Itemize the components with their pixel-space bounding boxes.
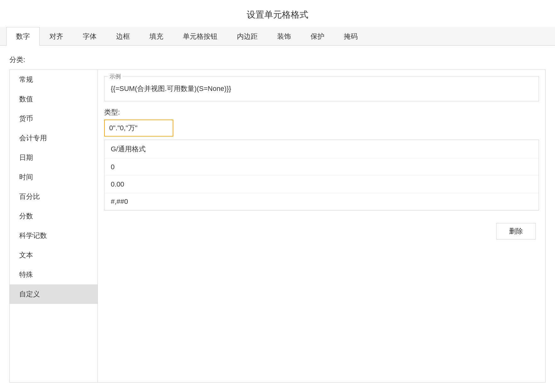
right-panel: 示例 {{=SUM(合并视图.可用数量)(S=None)}} 类型: 0"."0… [98, 70, 546, 383]
example-legend: 示例 [108, 73, 123, 80]
delete-button[interactable]: 删除 [496, 223, 536, 239]
category-item-特殊[interactable]: 特殊 [10, 265, 98, 284]
category-item-文本[interactable]: 文本 [10, 245, 98, 265]
category-label: 分类: [9, 55, 546, 64]
content-area: 分类: 常规 数值 货币 会计专用 日期 时间 百分比 分数 科学记数 文本 特… [0, 46, 555, 392]
category-item-自定义[interactable]: 自定义 [10, 284, 98, 304]
dialog-title: 设置单元格格式 [0, 0, 555, 27]
category-item-时间[interactable]: 时间 [10, 167, 98, 187]
category-item-会计专用[interactable]: 会计专用 [10, 128, 98, 148]
tab-对齐[interactable]: 对齐 [40, 27, 73, 46]
tab-填充[interactable]: 填充 [140, 27, 173, 46]
tab-装饰[interactable]: 装饰 [267, 27, 301, 46]
type-list-item-0[interactable]: G/通用格式 [104, 140, 539, 159]
tab-保护[interactable]: 保护 [301, 27, 334, 46]
tabs-bar: 数字 对齐 字体 边框 填充 单元格按钮 内边距 装饰 保护 掩码 [0, 27, 555, 46]
type-list-item-2[interactable]: 0.00 [104, 176, 539, 193]
type-section: 类型: 0"."0,"万" [98, 108, 545, 140]
type-list: G/通用格式 0 0.00 #,##0 [104, 140, 539, 210]
bottom-actions: 删除 [98, 217, 545, 249]
tab-字体[interactable]: 字体 [73, 27, 106, 46]
category-item-分数[interactable]: 分数 [10, 206, 98, 226]
example-content: {{=SUM(合并视图.可用数量)(S=None)}} [104, 76, 539, 101]
category-item-百分比[interactable]: 百分比 [10, 187, 98, 206]
type-list-item-1[interactable]: 0 [104, 159, 539, 176]
category-list: 常规 数值 货币 会计专用 日期 时间 百分比 分数 科学记数 文本 特殊 自定… [9, 70, 98, 383]
type-label: 类型: [104, 108, 539, 117]
category-item-科学记数[interactable]: 科学记数 [10, 226, 98, 245]
tab-数字[interactable]: 数字 [6, 27, 40, 46]
category-item-常规[interactable]: 常规 [10, 70, 98, 89]
tab-单元格按钮[interactable]: 单元格按钮 [173, 27, 227, 46]
type-list-item-3[interactable]: #,##0 [104, 193, 539, 210]
tab-掩码[interactable]: 掩码 [334, 27, 367, 46]
type-input[interactable]: 0"."0,"万" [104, 120, 173, 137]
tab-内边距[interactable]: 内边距 [227, 27, 267, 46]
category-item-日期[interactable]: 日期 [10, 148, 98, 167]
main-content: 常规 数值 货币 会计专用 日期 时间 百分比 分数 科学记数 文本 特殊 自定… [9, 70, 546, 383]
example-section: 示例 {{=SUM(合并视图.可用数量)(S=None)}} [104, 76, 539, 101]
category-item-数值[interactable]: 数值 [10, 89, 98, 109]
dialog-container: 设置单元格格式 数字 对齐 字体 边框 填充 单元格按钮 内边距 装饰 保护 掩… [0, 0, 555, 392]
category-item-货币[interactable]: 货币 [10, 109, 98, 128]
tab-边框[interactable]: 边框 [106, 27, 140, 46]
